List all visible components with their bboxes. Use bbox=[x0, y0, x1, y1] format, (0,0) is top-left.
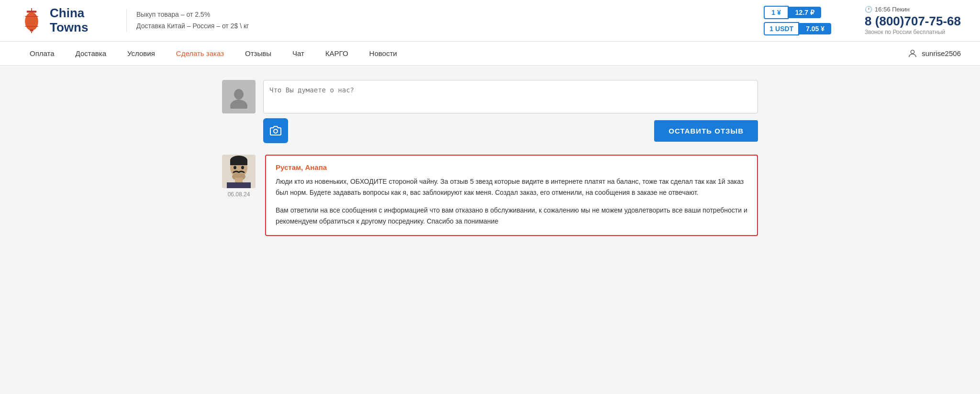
svg-point-2 bbox=[25, 12, 38, 31]
clock-icon: 🕐 bbox=[865, 6, 872, 13]
review-author: Рустам, Анапа bbox=[276, 163, 747, 171]
nav-item-dostavka[interactable]: Доставка bbox=[65, 42, 117, 65]
rates-area: 1 ¥ 12.7 ₽ 1 USDT 7.05 ¥ bbox=[764, 6, 831, 35]
usdt-rate-row: 1 USDT 7.05 ¥ bbox=[764, 22, 831, 35]
phone-note: Звонок по России бесплатный bbox=[865, 29, 961, 35]
camera-icon bbox=[270, 125, 281, 136]
username-label: sunrise2506 bbox=[922, 49, 961, 57]
nav-item-kargo[interactable]: КАРГО bbox=[315, 42, 359, 65]
taglines: Выкуп товара – от 2.5% Доставка Китай – … bbox=[126, 9, 249, 32]
user-avatar-placeholder bbox=[222, 80, 256, 113]
header: China Towns Выкуп товара – от 2.5% Доста… bbox=[0, 0, 980, 42]
review-user-col: 06.08.24 bbox=[222, 155, 256, 198]
review-form-area bbox=[222, 80, 758, 113]
cny-label: 1 ¥ bbox=[764, 6, 788, 19]
nav-item-chat[interactable]: Чат bbox=[282, 42, 315, 65]
nav-item-oplata[interactable]: Оплата bbox=[19, 42, 65, 65]
contact-area: 🕐 16:56 Пекин 8 (800)707-75-68 Звонок по… bbox=[865, 6, 961, 35]
reviewer-avatar bbox=[222, 155, 256, 188]
main-content: ОСТАВИТЬ ОТЗЫВ bbox=[203, 66, 777, 250]
svg-point-13 bbox=[274, 129, 278, 133]
usdt-value: 7.05 ¥ bbox=[799, 23, 831, 34]
rub-value: 12.7 ₽ bbox=[789, 7, 821, 18]
submit-review-button[interactable]: ОСТАВИТЬ ОТЗЫВ bbox=[654, 120, 758, 142]
nav-item-sdelat-zakaz[interactable]: Сделать заказ bbox=[166, 42, 234, 65]
review-paragraph-1: Люди кто из новеньких, ОБХОДИТЕ стороной… bbox=[276, 176, 747, 198]
review-actions: ОСТАВИТЬ ОТЗЫВ bbox=[263, 118, 758, 143]
svg-point-18 bbox=[234, 166, 236, 169]
review-card: 06.08.24 Рустам, Анапа Люди кто из новен… bbox=[222, 155, 758, 236]
user-menu[interactable]: sunrise2506 bbox=[907, 48, 961, 59]
nav-item-novosti[interactable]: Новости bbox=[359, 42, 408, 65]
avatar-silhouette bbox=[227, 85, 251, 109]
svg-point-11 bbox=[234, 89, 244, 100]
review-paragraph-2: Вам ответили на все сообщения с информац… bbox=[276, 205, 747, 227]
logo-text: China Towns bbox=[50, 6, 88, 35]
time-display: 🕐 16:56 Пекин bbox=[865, 6, 961, 13]
nav-item-otzyvy[interactable]: Отзывы bbox=[234, 42, 282, 65]
phone-number: 8 (800)707-75-68 bbox=[865, 14, 961, 29]
main-nav: Оплата Доставка Условия Сделать заказ От… bbox=[0, 42, 980, 66]
review-body: Рустам, Анапа Люди кто из новеньких, ОБХ… bbox=[265, 155, 758, 236]
svg-rect-7 bbox=[30, 29, 33, 31]
nav-item-usloviya[interactable]: Условия bbox=[117, 42, 166, 65]
user-icon bbox=[907, 48, 918, 59]
review-date: 06.08.24 bbox=[228, 191, 250, 198]
logo-area: China Towns bbox=[19, 6, 105, 35]
svg-point-19 bbox=[241, 166, 244, 169]
svg-rect-17 bbox=[230, 160, 247, 165]
logo-icon bbox=[19, 8, 44, 33]
cny-rate-row: 1 ¥ 12.7 ₽ bbox=[764, 6, 831, 19]
svg-rect-21 bbox=[235, 178, 243, 182]
review-text: Люди кто из новеньких, ОБХОДИТЕ стороной… bbox=[276, 176, 747, 227]
reviewer-avatar-image bbox=[222, 155, 256, 188]
svg-rect-22 bbox=[227, 182, 251, 188]
review-input[interactable] bbox=[263, 80, 758, 113]
svg-point-9 bbox=[911, 50, 914, 53]
upload-photo-button[interactable] bbox=[263, 118, 288, 143]
usdt-label: 1 USDT bbox=[764, 22, 799, 35]
